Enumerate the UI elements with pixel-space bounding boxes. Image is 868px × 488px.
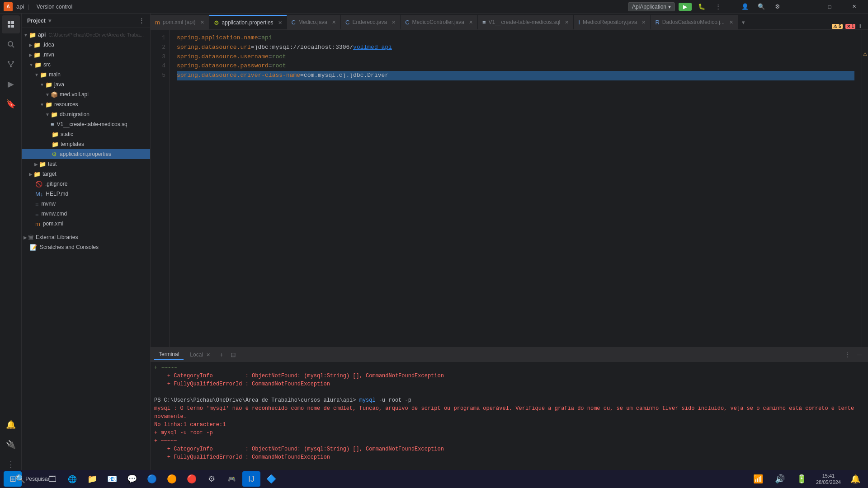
terminal-tab-local[interactable]: Local ✕ <box>185 350 215 360</box>
mail-btn[interactable]: 📧 <box>103 471 121 487</box>
expand-icon[interactable]: ⬆ <box>858 23 863 29</box>
folder-orange-icon: 📁 <box>33 171 41 178</box>
activity-notifications-icon[interactable]: 🔔 <box>2 416 20 434</box>
tree-item-templates[interactable]: 📁 templates <box>22 139 150 149</box>
version-control-btn[interactable]: Version control <box>33 3 76 11</box>
tree-item-v1-sql[interactable]: ≡ V1__create-table-medicos.sq <box>22 119 150 129</box>
svg-rect-1 <box>11 21 14 24</box>
run-button[interactable]: ▶ <box>679 3 692 11</box>
tab-close-icon[interactable]: ✕ <box>729 19 733 25</box>
user-icon[interactable]: 👤 <box>739 0 751 13</box>
app4-btn[interactable]: ⚙ <box>203 471 221 487</box>
activity-vcs-icon[interactable] <box>2 55 20 73</box>
clock[interactable]: 15:41 28/05/2024 <box>814 473 843 486</box>
folder-icon: 📁 <box>33 52 41 58</box>
term-line: No linha:1 caractere:1 <box>154 421 864 429</box>
tree-item-resources[interactable]: ▼ 📁 resources <box>22 99 150 109</box>
tree-item-mvnw[interactable]: ≡ mvnw <box>22 199 150 209</box>
tab-endereco-java[interactable]: C Endereco.java ✕ <box>341 15 401 29</box>
sidebar-title: Project <box>27 18 46 24</box>
terminal-menu-icon[interactable]: ⋮ <box>843 350 853 360</box>
tree-item-mvnw-cmd[interactable]: ≡ mvnw.cmd <box>22 209 150 219</box>
tree-item-target[interactable]: ▶ 📁 target <box>22 169 150 179</box>
more-button[interactable]: ⋮ <box>712 0 724 13</box>
file-explorer-btn[interactable]: 📁 <box>83 471 101 487</box>
tree-item-idea[interactable]: ▶ 📁 .idea <box>22 40 150 50</box>
activity-find-icon[interactable] <box>2 35 20 53</box>
sidebar-menu-icon[interactable]: ⋮ <box>138 17 145 24</box>
tab-close-icon[interactable]: ✕ <box>642 19 646 25</box>
close-button[interactable]: ✕ <box>844 0 864 14</box>
minimize-button[interactable]: ─ <box>795 0 816 14</box>
run-config-selector[interactable]: ApiApplication ▾ <box>628 2 675 11</box>
maximize-button[interactable]: □ <box>819 0 840 14</box>
tree-item-help-md[interactable]: M↓ HELP.md <box>22 189 150 199</box>
tree-item-java[interactable]: ▼ 📁 java <box>22 80 150 89</box>
tab-v1-sql[interactable]: ≡ V1__create-table-medicos.sql ✕ <box>478 15 574 29</box>
tree-item-api-root[interactable]: ▼ 📁 api C:\Users\Pichau\OneDrive\Área de… <box>22 30 150 40</box>
tree-item-src[interactable]: ▼ 📁 src <box>22 60 150 70</box>
tree-item-static[interactable]: 📁 static <box>22 129 150 139</box>
folder-icon: 📁 <box>52 141 59 148</box>
network-icon[interactable]: 📶 <box>749 471 767 487</box>
activity-project-icon[interactable] <box>2 15 20 33</box>
folder-icon: 📁 <box>45 81 52 88</box>
tree-item-gitignore[interactable]: 🚫 .gitignore <box>22 179 150 189</box>
tab-app-props[interactable]: ⚙ application.properties ✕ <box>209 15 287 29</box>
tab-overflow-btn[interactable]: ▾ <box>738 15 749 29</box>
split-terminal-btn[interactable]: ⊟ <box>228 350 238 360</box>
app5-btn[interactable]: 🎮 <box>222 471 241 487</box>
tab-close-icon[interactable]: ✕ <box>200 19 204 25</box>
search-taskbar-btn[interactable]: 🔍 Pesquisar <box>24 471 42 487</box>
tab-close-icon[interactable]: ✕ <box>469 19 473 25</box>
tree-item-app-props[interactable]: ⚙ application.properties <box>22 149 150 159</box>
tree-item-pom-xml[interactable]: m pom.xml <box>22 219 150 229</box>
terminal-tab-terminal[interactable]: Terminal <box>154 349 184 360</box>
task-view-btn[interactable]: 🗔 <box>43 471 61 487</box>
tree-item-db-migration[interactable]: ▼ 📁 db.migration <box>22 109 150 119</box>
term-line: mysql : O termo 'mysql' não é reconhecid… <box>154 404 864 421</box>
svg-rect-3 <box>11 25 14 28</box>
tab-close-icon[interactable]: ✕ <box>332 19 336 25</box>
tab-pom-xml[interactable]: m pom.xml (api) ✕ <box>151 15 209 29</box>
teams-btn[interactable]: 💬 <box>123 471 141 487</box>
tree-item-med-voll-api[interactable]: ▼ 📦 med.voll.api <box>22 89 150 99</box>
term-tab-close-icon[interactable]: ✕ <box>206 352 210 357</box>
activity-plugins-icon[interactable]: 🔌 <box>2 436 20 454</box>
app6-btn[interactable]: 🔷 <box>262 471 280 487</box>
tree-item-mvn[interactable]: ▶ 📁 .mvn <box>22 50 150 60</box>
app3-btn[interactable]: 🔴 <box>183 471 201 487</box>
notifications-btn[interactable]: 🔔 <box>846 471 864 487</box>
terminal-minimize-icon[interactable]: ─ <box>854 350 864 360</box>
settings-icon[interactable]: ⚙ <box>771 0 784 13</box>
tab-close-icon[interactable]: ✕ <box>565 19 569 25</box>
tab-dados-cadastro[interactable]: R DadosCadastroMedico.j... ✕ <box>651 15 738 29</box>
terminal-content[interactable]: + ~~~~~ + CategoryInfo : ObjectNotFound:… <box>151 362 868 474</box>
tab-close-icon[interactable]: ✕ <box>278 20 282 26</box>
battery-icon[interactable]: 🔋 <box>793 471 811 487</box>
tab-medico-repo[interactable]: I MedicoRepository.java ✕ <box>574 15 651 29</box>
tab-close-icon[interactable]: ✕ <box>392 19 396 25</box>
tree-item-main[interactable]: ▼ 📁 main <box>22 70 150 80</box>
tab-medico-controller[interactable]: C MedicoController.java ✕ <box>401 15 478 29</box>
right-gutter: ⚠ <box>862 30 868 347</box>
edge-btn[interactable]: 🌐 <box>63 471 81 487</box>
activity-bookmark-icon[interactable]: 🔖 <box>2 95 20 113</box>
tab-medico-java[interactable]: C Medico.java ✕ <box>287 15 341 29</box>
tree-item-test[interactable]: ▶ 📁 test <box>22 159 150 169</box>
sidebar-header: Project ▾ ⋮ <box>22 14 150 28</box>
props-file-icon: ⚙ <box>52 151 57 158</box>
code-line-3: spring.datasource.username=root <box>177 52 854 62</box>
app2-btn[interactable]: 🟠 <box>163 471 181 487</box>
intellij-btn[interactable]: IJ <box>242 471 260 487</box>
code-editor[interactable]: spring.application.name=api spring.datas… <box>170 30 862 347</box>
sound-icon[interactable]: 🔊 <box>771 471 789 487</box>
code-line-1: spring.application.name=api <box>177 33 854 43</box>
add-terminal-btn[interactable]: + <box>217 350 226 360</box>
search-icon[interactable]: 🔍 <box>755 0 768 13</box>
app1-btn[interactable]: 🔵 <box>143 471 161 487</box>
tree-item-scratches[interactable]: 📝 Scratches and Consoles <box>22 242 150 252</box>
activity-run-icon[interactable]: ▶ <box>2 75 20 93</box>
debug-button[interactable]: 🐛 <box>695 0 708 13</box>
tree-item-ext-libs[interactable]: ▶ 🏛 External Libraries <box>22 232 150 242</box>
